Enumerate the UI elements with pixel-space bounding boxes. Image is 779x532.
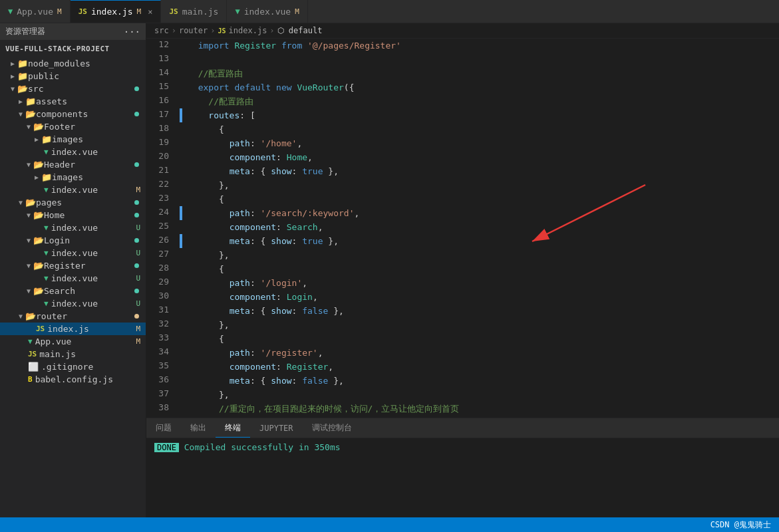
- sidebar-item-register-index[interactable]: ▼ index.vue U: [0, 272, 146, 285]
- tab-bar: ▼ App.vue M JS index.js M × JS main.js ▼…: [0, 0, 779, 23]
- sidebar-item-label: Footer: [44, 122, 75, 132]
- bottom-tab-output[interactable]: 输出: [181, 418, 216, 438]
- sidebar-item-label: index.js: [47, 324, 89, 334]
- line-number: 22: [146, 178, 180, 192]
- line-content: export default new VueRouter({: [182, 80, 779, 94]
- folder-icon: 📂: [33, 286, 44, 296]
- bottom-tab-debug[interactable]: 调试控制台: [303, 418, 361, 438]
- arrow-icon: ▼: [19, 110, 23, 118]
- sidebar-item-main-js[interactable]: JS main.js: [0, 348, 146, 360]
- arrow-icon: ▶: [11, 72, 15, 80]
- sidebar-item-header-index[interactable]: ▼ index.vue M: [0, 184, 146, 196]
- arrow-icon: ▶: [35, 136, 39, 143]
- sidebar-item-home-index[interactable]: ▼ index.vue U: [0, 221, 146, 234]
- modified-dot: [134, 86, 139, 91]
- sidebar-item-search[interactable]: ▼ 📂 Search: [0, 285, 146, 297]
- folder-icon: 📁: [17, 71, 28, 81]
- vue-file-icon: ▼: [44, 299, 49, 308]
- line-number: 31: [146, 304, 180, 318]
- sidebar-item-public[interactable]: ▶ 📁 public: [0, 70, 146, 82]
- sidebar-item-src[interactable]: ▼ 📂 src: [0, 82, 146, 95]
- line-number: 15: [146, 80, 180, 94]
- tab-app-vue[interactable]: ▼ App.vue M: [0, 0, 71, 23]
- sidebar-item-router[interactable]: ▼ 📂 router: [0, 310, 146, 323]
- code-line-25: 25 component: Search,: [146, 220, 779, 234]
- folder-icon: 📂: [25, 311, 36, 321]
- tab-index-vue-2[interactable]: ▼ index.vue M: [227, 0, 307, 23]
- sidebar-item-assets[interactable]: ▶ 📁 assets: [0, 95, 146, 108]
- sidebar-item-header-images[interactable]: ▶ 📁 images: [0, 171, 146, 184]
- line-number: 38: [146, 402, 180, 416]
- sidebar-item-app-vue[interactable]: ▼ App.vue M: [0, 335, 146, 348]
- line-content: path: '/search/:keyword',: [182, 206, 779, 220]
- tab-modified-badge: M: [137, 7, 142, 16]
- bc-index-js: index.js: [229, 26, 267, 35]
- sidebar-item-footer-index[interactable]: ▼ index.vue: [0, 146, 146, 158]
- line-content: component: Search,: [182, 220, 779, 234]
- sidebar-item-header[interactable]: ▼ 📂 Header: [0, 158, 146, 171]
- line-content: path: '/login',: [182, 276, 779, 290]
- sidebar-item-router-index[interactable]: JS index.js M: [0, 323, 146, 335]
- sidebar-item-register[interactable]: ▼ 📂 Register: [0, 259, 146, 272]
- project-header: VUE-FULL-STACK-PROJECT: [0, 41, 146, 57]
- code-line-32: 32 },: [146, 318, 779, 332]
- sidebar-item-babel-config[interactable]: B babel.config.js: [0, 373, 146, 386]
- sidebar-item-label: Login: [44, 235, 70, 245]
- sidebar: 资源管理器 ··· VUE-FULL-STACK-PROJECT ▶ 📁 nod…: [0, 23, 146, 517]
- js-icon: JS: [78, 7, 87, 16]
- resource-manager-header: 资源管理器 ···: [0, 23, 146, 41]
- sidebar-item-label: index.vue: [51, 273, 98, 283]
- sidebar-item-label: router: [36, 311, 67, 321]
- tab-close-button[interactable]: ×: [148, 7, 152, 17]
- sidebar-item-pages[interactable]: ▼ 📂 pages: [0, 196, 146, 209]
- terminal-output: Compiled successfully in 350ms: [184, 442, 341, 452]
- ellipsis-button[interactable]: ···: [124, 27, 140, 37]
- js-file-icon: JS: [28, 350, 37, 358]
- folder-icon: 📂: [33, 210, 44, 220]
- sidebar-item-label: babel.config.js: [35, 374, 113, 384]
- tab-index-js[interactable]: JS index.js M ×: [71, 0, 162, 23]
- bottom-tab-terminal[interactable]: 终端: [216, 418, 250, 438]
- tab-main-js[interactable]: JS main.js: [161, 0, 227, 23]
- vue-icon: ▼: [8, 7, 13, 16]
- code-line-20: 20 component: Home,: [146, 150, 779, 164]
- line-number: 21: [146, 164, 180, 178]
- sidebar-item-search-index[interactable]: ▼ index.vue U: [0, 297, 146, 310]
- line-content: component: Login,: [182, 290, 779, 304]
- bottom-tab-label: JUPYTER: [259, 424, 293, 433]
- line-number: 39: [146, 416, 180, 418]
- bottom-tab-jupyter[interactable]: JUPYTER: [250, 418, 303, 438]
- code-editor[interactable]: 12 import Register from '@/pages/Registe…: [146, 39, 779, 418]
- line-content: path: '/home',: [182, 136, 779, 150]
- sidebar-item-node-modules[interactable]: ▶ 📁 node_modules: [0, 57, 146, 70]
- tab-modified-badge: M: [295, 7, 299, 16]
- line-content: },: [182, 178, 779, 192]
- sidebar-item-footer-images[interactable]: ▶ 📁 images: [0, 133, 146, 146]
- code-line-16: 16 //配置路由: [146, 94, 779, 108]
- sidebar-item-home[interactable]: ▼ 📂 Home: [0, 209, 146, 221]
- modified-dot: [134, 263, 139, 268]
- line-content: },: [182, 318, 779, 332]
- sidebar-item-label: index.vue: [51, 299, 98, 309]
- vue-file-icon: ▼: [44, 148, 49, 156]
- sidebar-item-login[interactable]: ▼ 📂 Login: [0, 234, 146, 247]
- line-number: 24: [146, 206, 180, 220]
- vue-file-icon: ▼: [44, 223, 49, 232]
- code-line-24: 24 path: '/search/:keyword',: [146, 206, 779, 220]
- modified-dot: [134, 200, 139, 205]
- arrow-icon: ▶: [11, 60, 15, 67]
- untracked-badge: U: [136, 223, 140, 232]
- sidebar-item-login-index[interactable]: ▼ index.vue U: [0, 247, 146, 259]
- folder-icon: 📁: [17, 59, 28, 68]
- sidebar-item-footer[interactable]: ▼ 📂 Footer: [0, 120, 146, 133]
- code-line-23: 23 {: [146, 192, 779, 206]
- sidebar-item-components[interactable]: ▼ 📂 components: [0, 108, 146, 120]
- tab-label: index.js: [91, 7, 133, 17]
- bottom-tab-label: 调试控制台: [312, 422, 352, 434]
- bottom-tabs: 问题 输出 终端 JUPYTER 调试控制台: [146, 418, 779, 438]
- sidebar-item-gitignore[interactable]: ⬜ .gitignore: [0, 360, 146, 373]
- bottom-tab-problems[interactable]: 问题: [146, 418, 181, 438]
- untracked-badge: U: [136, 249, 140, 257]
- vue-icon: ▼: [235, 7, 239, 16]
- arrow-icon: ▼: [27, 287, 31, 295]
